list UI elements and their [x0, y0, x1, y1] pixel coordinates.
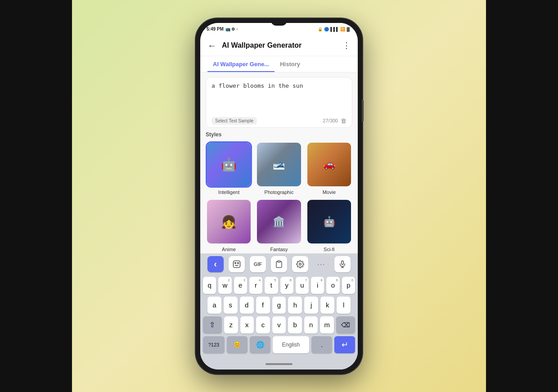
key-enter[interactable]: ↵ [334, 336, 355, 353]
key-b[interactable]: b [288, 316, 302, 333]
app-content: a flower blooms in the sun Select Text S… [200, 72, 358, 253]
key-f[interactable]: f [256, 297, 270, 314]
svg-rect-5 [342, 261, 344, 264]
kb-tool-mic[interactable] [334, 256, 351, 272]
bottom-bar [200, 359, 358, 369]
status-right: 🔒 🔵 ▌▌▌ 🛜 ▓ [318, 27, 350, 32]
status-icons: 📺 ⚙ ↑ [225, 27, 238, 32]
svg-rect-3 [278, 261, 280, 262]
svg-point-4 [299, 263, 302, 265]
key-k[interactable]: k [320, 297, 334, 314]
style-name-fantasy: Fantasy [270, 247, 288, 252]
keyboard-row-2: a s d f g h j k l [203, 297, 355, 314]
style-name-scifi: Sci-fi [324, 247, 334, 252]
style-thumb-photographic [256, 141, 302, 188]
back-button[interactable]: ← [207, 41, 216, 51]
svg-point-1 [235, 262, 236, 264]
style-item-movie[interactable]: Movie [306, 141, 352, 195]
key-c[interactable]: c [256, 316, 270, 333]
key-g[interactable]: g [272, 297, 286, 314]
style-item-intelligent[interactable]: Intelligent [206, 141, 252, 195]
status-time: 5:49 PM [207, 27, 224, 32]
key-w[interactable]: w2 [218, 277, 231, 294]
style-thumb-fantasy [256, 198, 302, 245]
key-h[interactable]: h [288, 297, 302, 314]
text-input-container: a flower blooms in the sun Select Text S… [206, 77, 352, 128]
key-t[interactable]: t5 [265, 277, 278, 294]
select-text-sample-button[interactable]: Select Text Sample [212, 117, 257, 125]
style-thumb-anime [206, 198, 252, 245]
more-menu-button[interactable]: ⋮ [342, 41, 351, 50]
key-q[interactable]: q [203, 277, 216, 294]
delete-text-button[interactable]: 🗑 [341, 117, 346, 124]
style-thumb-scifi [306, 198, 352, 245]
key-x[interactable]: x [240, 316, 254, 333]
phone-screen: 5:49 PM 📺 ⚙ ↑ 🔒 🔵 ▌▌▌ 🛜 ▓ ← AI Wallpaper… [200, 23, 358, 369]
style-name-movie: Movie [323, 189, 336, 195]
status-left: 5:49 PM 📺 ⚙ ↑ [207, 27, 238, 32]
key-u[interactable]: u7 [296, 277, 309, 294]
style-name-anime: Anime [222, 247, 236, 252]
char-count-area: 27/300 🗑 [323, 117, 346, 124]
key-globe[interactable]: 🌐 [250, 336, 270, 353]
status-lock-icon: 🔒 [318, 27, 323, 32]
status-bt-icon: 🔵 [324, 27, 329, 32]
style-item-scifi[interactable]: Sci-fi [306, 198, 352, 252]
style-item-fantasy[interactable]: Fantasy [256, 198, 302, 252]
tabs-bar: AI Wallpaper Gene... History [200, 56, 358, 72]
kb-tool-sticker[interactable] [229, 256, 245, 272]
kb-tool-back[interactable]: ‹ [207, 256, 224, 272]
styles-section: Styles Intelligent Photographic [200, 131, 358, 253]
kb-tool-settings[interactable] [292, 256, 308, 272]
style-thumb-movie [306, 141, 352, 188]
prompt-input[interactable]: a flower blooms in the sun [212, 82, 346, 113]
svg-rect-0 [233, 261, 240, 267]
key-p[interactable]: p0 [342, 277, 355, 294]
key-v[interactable]: v [272, 316, 286, 333]
key-l[interactable]: l [337, 297, 351, 314]
style-item-anime[interactable]: Anime [206, 198, 252, 252]
style-name-intelligent: Intelligent [218, 189, 239, 195]
keyboard-row-3: ⇧ z x c v b n m ⌫ [203, 316, 355, 333]
key-d[interactable]: d [240, 297, 254, 314]
style-thumb-intelligent [206, 141, 252, 188]
tab-history[interactable]: History [274, 56, 306, 72]
app-header: ← AI Wallpaper Generator ⋮ [200, 36, 358, 56]
key-symbols[interactable]: ?123 [203, 336, 225, 353]
key-emoji[interactable]: 😊 [227, 336, 248, 353]
phone-frame: 5:49 PM 📺 ⚙ ↑ 🔒 🔵 ▌▌▌ 🛜 ▓ ← AI Wallpaper… [196, 18, 362, 374]
tab-ai-wallpaper[interactable]: AI Wallpaper Gene... [207, 56, 274, 72]
phone-side-button [362, 99, 364, 122]
phone-notch [271, 18, 287, 26]
key-n[interactable]: n [304, 316, 318, 333]
key-i[interactable]: i8 [311, 277, 324, 294]
key-e[interactable]: e3 [234, 277, 247, 294]
styles-label: Styles [206, 131, 352, 138]
status-battery-icon: ▓ [346, 27, 350, 32]
key-shift[interactable]: ⇧ [203, 316, 222, 333]
kb-tool-clipboard[interactable] [271, 256, 287, 272]
key-s[interactable]: s [224, 297, 238, 314]
key-m[interactable]: m [320, 316, 334, 333]
style-item-photographic[interactable]: Photographic [256, 141, 302, 195]
key-backspace[interactable]: ⌫ [336, 316, 355, 333]
key-j[interactable]: j [304, 297, 318, 314]
kb-tool-gif[interactable]: GIF [250, 256, 266, 272]
key-o[interactable]: o9 [326, 277, 339, 294]
status-wifi-icon: 🛜 [340, 27, 345, 32]
styles-grid: Intelligent Photographic Movie [206, 141, 352, 252]
text-input-footer: Select Text Sample 27/300 🗑 [212, 115, 346, 125]
home-indicator [266, 363, 292, 365]
char-count: 27/300 [323, 118, 338, 123]
kb-tool-more[interactable]: ··· [313, 256, 329, 272]
key-space[interactable]: English [273, 336, 309, 353]
key-z[interactable]: z [224, 316, 238, 333]
keyboard-toolbar: ‹ GIF ··· [200, 253, 358, 275]
key-a[interactable]: a [207, 297, 221, 314]
key-period[interactable]: . [311, 336, 332, 353]
style-name-photographic: Photographic [265, 189, 294, 195]
key-r[interactable]: r4 [249, 277, 262, 294]
key-y[interactable]: y6 [280, 277, 293, 294]
keyboard: q w2 e3 r4 t5 y6 u7 i8 o9 p0 a s d f g h… [200, 275, 358, 359]
status-signal-icon: ▌▌▌ [330, 27, 339, 32]
